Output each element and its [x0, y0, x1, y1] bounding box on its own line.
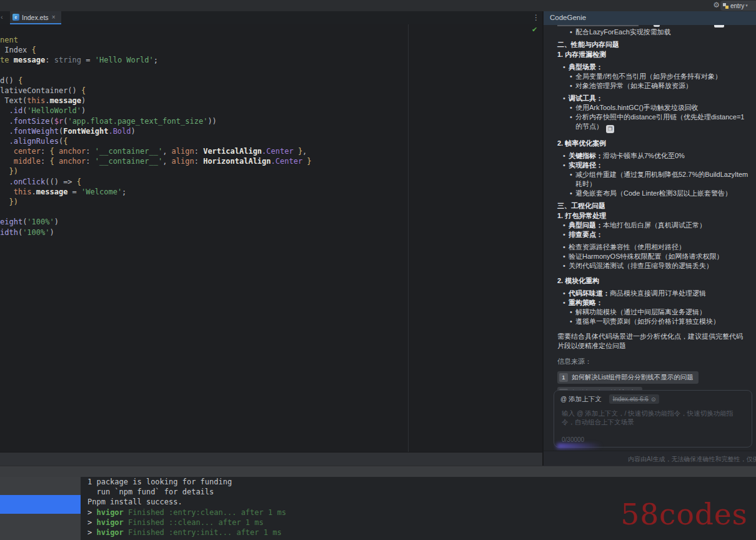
code-token: { — [81, 86, 86, 95]
context-chip[interactable]: Index.ets 6:6 ⊙ — [609, 394, 660, 404]
hard-wrap-guide — [408, 24, 409, 452]
chat-heading: 2. 帧率优化案例 — [557, 139, 749, 148]
code-token: : — [194, 157, 203, 166]
bullet-icon: • — [570, 81, 572, 91]
code-token: { — [49, 157, 58, 166]
bullet-icon: • — [570, 72, 572, 81]
selected-item-highlight[interactable] — [0, 495, 81, 514]
code-token: message — [50, 96, 82, 105]
chat-text: 滑动卡顿率从7%优化至0% — [603, 152, 685, 159]
tab-close-icon[interactable]: × — [52, 14, 56, 21]
codegenie-header: CodeGenie — [544, 11, 756, 26]
bullet-icon: • — [563, 289, 565, 298]
code-token: Index — [0, 46, 32, 54]
tab-scroll-left-icon[interactable]: ‹ — [1, 13, 3, 21]
citation-badge[interactable] — [606, 125, 614, 133]
bullet-icon: • — [563, 94, 565, 103]
terminal-side-panel — [0, 477, 81, 540]
clipped-icon — [557, 25, 639, 26]
code-editor[interactable]: ✔ nent Index {te message: string = 'Hell… — [0, 24, 542, 452]
chevron-down-icon: ▾ — [745, 3, 748, 8]
chat-bold-label: 重构策略： — [569, 299, 603, 306]
chat-text: 2. 帧率优化案例 — [557, 139, 606, 147]
chat-block: •实现路径： — [563, 161, 749, 170]
run-config-selector[interactable]: entry ▾ — [720, 1, 756, 11]
code-line: d() { — [0, 76, 312, 86]
code-token: = — [81, 56, 95, 64]
code-line: lativeContainer() { — [0, 86, 312, 96]
code-token: '100%' — [22, 228, 49, 237]
chat-block: •配合LazyForEach实现按需加载 — [570, 28, 749, 37]
chat-heading: 2. 模块化重构 — [557, 276, 749, 286]
disclaimer-bar: 内容由AI生成，无法确保准确性和完整性，仅供参考 — [544, 451, 756, 466]
terminal-token: 1 package is looking for funding — [87, 478, 232, 486]
run-config-label: entry — [730, 2, 744, 9]
code-token: string — [54, 56, 81, 64]
watermark: 58codes — [620, 497, 747, 531]
terminal-token: hvigor — [96, 518, 128, 527]
chat-block: •排查要点： — [563, 230, 749, 239]
editor-options-kebab-icon[interactable]: ⋮ — [532, 13, 540, 22]
chat-text: 验证HarmonyOS特殊权限配置（如网络请求权限） — [569, 252, 724, 260]
code-token: { — [18, 76, 22, 85]
chat-block: •全局变量/闭包不当引用（如异步任务持有对象） — [570, 72, 749, 81]
chat-input-box: @ 添加上下文 Index.ets 6:6 ⊙ 0/30000 — [554, 390, 752, 448]
editor-tab-bar: ‹ e Index.ets × ⋮ — [0, 11, 542, 25]
bullet-icon: • — [563, 298, 565, 308]
code-line: Index { — [0, 45, 312, 55]
code-token: '__container__' — [95, 147, 162, 156]
bullet-icon: • — [570, 189, 572, 198]
code-token: { — [63, 137, 67, 146]
bullet-icon: • — [570, 317, 572, 326]
chat-message-area[interactable]: •配合LazyForEach实现按需加载二、性能与内存问题1. 内存泄漏检测•典… — [544, 25, 756, 451]
tab-index-ets[interactable]: e Index.ets × — [10, 11, 61, 24]
at-icon: @ — [560, 396, 567, 402]
chat-bold-label: 关键指标： — [569, 152, 603, 159]
chat-text: 对象池管理异常（如未正确释放资源） — [575, 82, 692, 89]
chat-text: 减少组件重建（通过复用机制降低52.7%的BuildLazyItem耗时） — [575, 171, 748, 188]
title-bar: ⚙ entry ▾ — [0, 0, 756, 12]
code-line: this.message = 'Welcome'; — [0, 187, 312, 197]
code-token: eight — [0, 218, 22, 226]
code-token: .id — [0, 106, 22, 115]
context-visibility-icon[interactable]: ⊙ — [651, 396, 656, 402]
code-line: .id('HelloWorld') — [0, 106, 312, 116]
source-chip[interactable]: 1如何解决List组件部分分割线不显示的问题 — [557, 371, 699, 384]
code-token: .Center — [262, 147, 294, 156]
code-token: (() => — [45, 178, 77, 186]
code-token: }) — [0, 198, 18, 206]
code-line: idth('100%') — [0, 228, 312, 238]
code-line: }) — [0, 197, 312, 207]
code-token: Text( — [0, 96, 27, 105]
terminal-token: Pnpm install success. — [87, 498, 182, 506]
chat-heading: 1. 打包异常处理 — [557, 211, 749, 221]
code-line: .fontWeight(FontWeight.Bold) — [0, 126, 312, 136]
chat-input[interactable] — [560, 408, 745, 433]
code-token: .onClick — [0, 178, 45, 186]
gear-icon[interactable]: ⚙ — [713, 1, 720, 9]
chat-text: 1. 内存泄漏检测 — [557, 51, 606, 58]
code-token: : — [86, 147, 94, 156]
chat-bold-label: 实现路径： — [569, 161, 603, 169]
code-token: message — [14, 56, 46, 64]
code-token: ) — [54, 218, 59, 226]
editor-bottom-strip — [0, 452, 542, 466]
chat-block: •典型问题：本地打包后白屏（真机调试正常） — [563, 221, 749, 230]
terminal-token: Finished :entry:init... after 1 ms — [128, 528, 282, 537]
code-token: { — [32, 46, 36, 54]
code-token: : — [41, 157, 49, 166]
chat-text: 二、性能与内存问题 — [557, 41, 619, 48]
code-token: .fontWeight — [0, 127, 59, 136]
code-token: ; — [122, 188, 126, 196]
char-counter: 0/30000 — [562, 436, 584, 443]
code-token: 'HelloWorld' — [27, 106, 81, 115]
chat-text: 本地打包后白屏（真机调试正常） — [603, 221, 706, 229]
code-token: } — [302, 157, 311, 166]
module-icon — [723, 3, 729, 9]
chat-text: 1. 打包异常处理 — [557, 212, 606, 219]
code-token: anchor — [59, 147, 86, 156]
add-context-button[interactable]: @ 添加上下文 — [560, 395, 602, 404]
clipped-icon — [654, 25, 660, 27]
chat-text: 分析内存快照中的distance引用链（优先处理distance=1的节点） — [575, 113, 744, 130]
bullet-icon: • — [570, 28, 572, 37]
